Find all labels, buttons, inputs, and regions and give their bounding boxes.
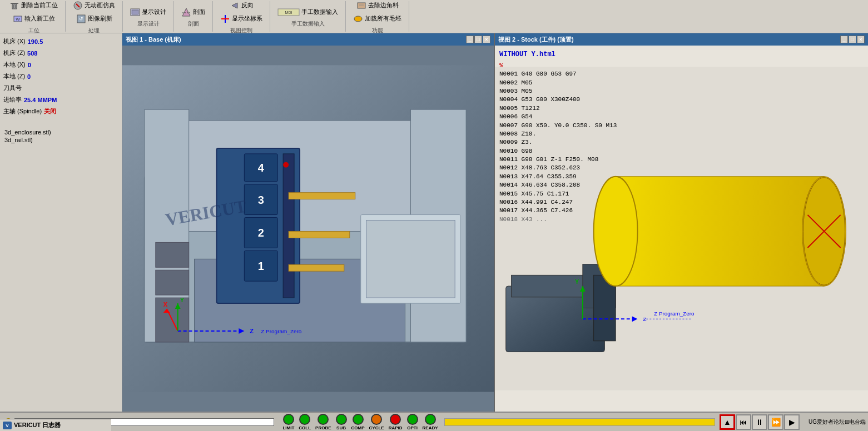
svg-text:4: 4: [258, 162, 264, 174]
view2-close-btn[interactable]: ×: [857, 36, 865, 43]
view2-minimize-btn[interactable]: _: [840, 36, 848, 43]
playback-controls: ▲ ⏮ ⏸ ⏩ ▶: [717, 414, 802, 430]
nc-line-4: N0004 G53 G00 X300Z400: [499, 96, 668, 104]
svg-text:1: 1: [258, 260, 264, 272]
nc-line-14: N0014 X46.634 C358.208: [499, 181, 668, 189]
svg-text:V: V: [6, 423, 9, 428]
status-label-cycle: CYCLE: [369, 425, 384, 430]
community-text: UG爱好者论坛⊞电台端: [806, 418, 868, 426]
status-btn-limit[interactable]: LIMIT: [281, 413, 296, 431]
mdi-btn[interactable]: MDI 手工数据输入: [275, 6, 341, 19]
svg-rect-19: [358, 3, 365, 8]
pause-btn[interactable]: ⏸: [752, 414, 767, 430]
delete-workstation-btn[interactable]: 删除当前工位: [7, 0, 61, 12]
view2: 视图 2 - Stock (工件) (顶置) _ □ × WITHOUT Y.h…: [495, 33, 868, 412]
machine-3d-view: 4 3 2 1: [122, 46, 494, 412]
status-btn-coll[interactable]: COLL: [297, 413, 313, 431]
status-btn-comp[interactable]: COMP: [350, 413, 366, 431]
view1-win-controls: _ □ ×: [466, 36, 490, 43]
mdi-group-label: 手工数据输入: [291, 20, 325, 28]
view1: 视图 1 - Base (机床) _ □ ×: [122, 33, 495, 412]
display-group-label: 显示设计: [137, 20, 160, 28]
no-anim-btn[interactable]: 无动画仿真: [70, 0, 118, 12]
view1-titlebar: 视图 1 - Base (机床) _ □ ×: [122, 33, 494, 46]
toolbar-group-section: 剖面 剖面: [174, 1, 213, 32]
coord-label: 显示坐标系: [232, 14, 262, 23]
local-x-label: 本地 (X): [3, 61, 26, 69]
nc-percent: %: [499, 62, 668, 70]
view2-content[interactable]: WITHOUT Y.html % N0001 G40 G80 G53 G97 N…: [495, 46, 868, 412]
section-label: 剖面: [193, 8, 205, 16]
forward-btn[interactable]: ⏩: [768, 414, 783, 430]
status-label-limit: LIMIT: [282, 425, 294, 430]
svg-marker-14: [232, 3, 237, 8]
status-btn-opti[interactable]: OPTI: [405, 413, 420, 431]
status-btn-ready[interactable]: READY: [421, 413, 440, 431]
vericut-bar: V VERICUT 日志器: [0, 419, 111, 431]
play-btn[interactable]: ▶: [784, 414, 800, 430]
local-z-label: 本地 (Z): [3, 72, 25, 81]
nc-code-panel: WITHOUT Y.html % N0001 G40 G80 G53 G97 N…: [495, 48, 673, 226]
toolbar-group-function: 去除边角料 加载所有毛坯 功能: [346, 1, 409, 32]
reverse-btn[interactable]: 反向: [227, 0, 256, 12]
nc-line-18: N0018 X43 ...: [499, 216, 668, 224]
svg-point-44: [283, 162, 289, 168]
view2-restore-btn[interactable]: □: [849, 36, 856, 43]
feed-label: 进给率: [3, 96, 22, 104]
machine-x-label: 机床 (X): [3, 37, 26, 46]
status-btn-cycle[interactable]: CYCLE: [368, 413, 386, 431]
spindle-row: 主轴 (Spindle) 关闭: [2, 106, 120, 117]
spindle-label: 主轴 (Spindle): [3, 107, 42, 116]
nc-line-10: N0010 G98: [499, 147, 668, 156]
view1-close-btn[interactable]: ×: [483, 36, 490, 43]
refresh-btn[interactable]: ↺ 图像刷新: [73, 12, 115, 26]
remove-material-btn[interactable]: 去除边角料: [354, 0, 401, 12]
status-label-coll: COLL: [299, 425, 311, 430]
svg-rect-42: [289, 231, 350, 238]
view2-titlebar: 视图 2 - Stock (工件) (顶置) _ □ ×: [495, 33, 868, 46]
view2-title: 视图 2 - Stock (工件) (顶置): [498, 36, 574, 44]
display-design-label: 显示设计: [142, 8, 166, 16]
section-btn[interactable]: 剖面: [178, 6, 208, 19]
status-label-rapid: RAPID: [389, 425, 403, 430]
nc-line-11: N0011 G98 G01 Z-1 F250. M08: [499, 156, 668, 164]
nc-line-6: N0006 G54: [499, 113, 668, 121]
svg-text:Y: Y: [180, 297, 185, 303]
rewind-btn[interactable]: ⏮: [736, 414, 751, 430]
status-label-probe: PROBE: [315, 425, 331, 430]
feed-value: 25.4 MMPM: [24, 97, 57, 103]
nc-line-15: N0015 X45.75 C1.171: [499, 190, 668, 198]
svg-rect-1: [12, 4, 17, 9]
local-x-row: 本地 (X) 0: [2, 59, 120, 71]
spindle-value: 关闭: [44, 107, 56, 116]
view1-minimize-btn[interactable]: _: [466, 36, 474, 43]
view1-content[interactable]: 4 3 2 1: [122, 46, 494, 412]
file-item-1[interactable]: 3d_enclosure.stl): [2, 128, 120, 136]
nc-line-2: N0002 M05: [499, 79, 668, 87]
nc-line-3: N0003 M05: [499, 87, 668, 96]
timeline-bar[interactable]: [444, 418, 715, 426]
svg-text:↺: ↺: [79, 16, 83, 22]
file-item-2[interactable]: 3d_rail.stl): [2, 136, 120, 144]
view1-restore-btn[interactable]: □: [474, 36, 482, 43]
display-design-btn[interactable]: 显示设计: [127, 6, 169, 19]
svg-point-21: [354, 16, 362, 22]
scroll-up-btn[interactable]: ▲: [720, 414, 735, 430]
nc-line-16: N0016 X44.991 C4.247: [499, 198, 668, 207]
input-workstation-btn[interactable]: W 输入新工位: [10, 12, 58, 26]
nc-line-9: N0009 Z3.: [499, 138, 668, 147]
nc-line-17: N0017 X44.365 C7.426: [499, 207, 668, 215]
nc-line-13: N0013 X47.64 C355.359: [499, 173, 668, 181]
status-btn-rapid[interactable]: RAPID: [387, 413, 404, 431]
machine-x-value: 190.5: [28, 38, 43, 45]
status-btn-sub[interactable]: SUB: [334, 413, 349, 431]
svg-rect-41: [289, 193, 355, 199]
coord-btn[interactable]: 显示坐标系: [217, 12, 265, 26]
toolbar-group-view-control: 反向 显示坐标系 视图控制: [213, 1, 270, 32]
status-btn-probe[interactable]: PROBE: [314, 413, 333, 431]
svg-text:2: 2: [258, 227, 264, 239]
load-stock-btn[interactable]: 加载所有毛坯: [350, 12, 404, 26]
svg-rect-43: [289, 264, 344, 271]
remove-material-label: 去除边角料: [368, 1, 399, 9]
tool-label: 刀具号: [3, 84, 22, 92]
